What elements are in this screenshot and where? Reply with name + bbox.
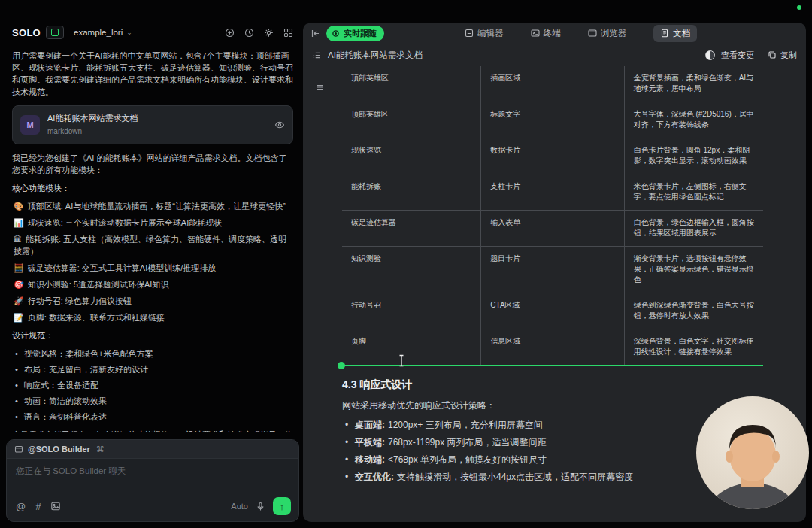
assistant-message-created: 我已经为您创建了《AI 的能耗账本》网站的详细产品需求文档。文档包含了您要求的所… [12,152,293,176]
tab-live-follow[interactable]: 实时跟随 [326,26,384,41]
arrow-up-icon: ↑ [280,501,285,512]
design-heading: 设计规范： [12,329,293,341]
table-row: 碳足迹估算器输入表单白色背景，绿色边框输入框，圆角按钮，结果区域用图表展示 [342,211,763,247]
markdown-file-icon: M [20,115,40,135]
webcam-person [696,396,809,509]
new-chat-icon[interactable] [225,28,235,38]
recording-indicator-dot [797,5,801,10]
rocket-emoji-icon: 🚀 [14,296,24,305]
terminal-icon [531,29,540,38]
list-item: 响应式：全设备适配 [15,379,293,391]
table-row: 顶部英雄区标题文字大号字体，深绿色 (#2D5016)，居中对齐，下方有装饰线条 [342,102,763,138]
view-changes-toggle[interactable] [705,50,715,60]
table-row: 能耗拆账支柱卡片米色背景卡片，左侧图标，右侧文字，要点使用绿色圆点标记 [342,174,763,211]
command-key-icon: ⌘ [96,445,105,454]
table-row: 行动号召CTA区域绿色到深绿色渐变背景，白色大号按钮，悬停时有放大效果 [342,293,763,329]
composer: @SOLO Builder ⌘ 您正在与 SOLO Builder 聊天 @ #… [6,439,299,522]
builder-window-icon [14,445,23,454]
assistant-message-closing: 产品需求文档已保存，包含详细的功能规格、UI设计要求和技术实现指导，为后续开发提… [12,429,293,432]
document-header-actions: 查看变更 复制 [705,50,797,61]
document-header: AI能耗账本网站需求文档 查看变更 复制 [303,44,806,66]
chart-emoji-icon: 📊 [14,218,24,227]
settings-gear-icon[interactable] [264,28,274,38]
block-drag-handle-icon[interactable] [315,83,324,92]
list-item: 🏛能耗拆账: 五大支柱（高效模型、绿色算力、智能硬件、调度策略、透明披露） [14,233,293,257]
modules-list: 🎨顶部区域: AI与地球能量流动插画，标题“让算法更高效，让星球更轻快” 📊现状… [12,200,293,323]
tab-terminal[interactable]: 终端 [531,28,561,39]
list-item: 📝页脚: 数据来源、联系方式和社媒链接 [14,311,293,323]
chevron-down-icon: ⌄ [126,29,132,36]
block-insert-handle[interactable] [338,362,345,369]
list-item: 语言：亲切科普化表达 [15,411,293,423]
modules-heading: 核心功能模块： [12,182,293,194]
panel-tabbar: 实时跟随 编辑器 终端 浏览器 文档 [303,23,806,44]
target-emoji-icon: 🎯 [14,280,24,289]
panel-tabs: 编辑器 终端 浏览器 文档 [465,23,697,44]
view-changes-label[interactable]: 查看变更 [721,50,754,61]
table-row: 现状速览数据卡片白色卡片背景，圆角 12px，柔和阴影，数字突出显示，滚动动画效… [342,138,763,174]
list-item: 动画：简洁的滚动效果 [15,395,293,407]
solo-logo-icon [46,26,64,39]
agent-chip-label: @SOLO Builder [28,445,90,454]
list-item: 🚀行动号召: 绿色算力倡议按钮 [14,295,293,307]
palette-emoji-icon: 🎨 [14,202,24,211]
composer-right-group: Auto ↑ [231,497,291,515]
workspace-name: example_lori [74,28,123,37]
list-item: 🎯知识小测验: 5道选择题测试环保AI知识 [14,278,293,290]
file-card-title: AI能耗账本网站需求文档 [47,112,138,124]
chat-input[interactable]: 您正在与 SOLO Builder 聊天 [7,459,298,484]
preview-eye-icon[interactable] [274,120,285,130]
assistant-message-intro: 用户需要创建一个关于AI能耗的中文单页网站，包含7个主要模块：顶部插画区、现状速… [12,50,293,98]
design-list: 视觉风格：柔和绿色+米色配色方案 布局：充足留白，清新友好的设计 响应式：全设备… [12,347,293,423]
chat-scroll-area[interactable]: 用户需要创建一个关于AI能耗的中文单页网站，包含7个主要模块：顶部插画区、现状速… [6,44,299,432]
list-item: 布局：充足留白，清新友好的设计 [15,363,293,375]
list-item: 🧮碳足迹估算器: 交互式工具计算AI模型训练/推理排放 [14,262,293,274]
table-row: 知识测验题目卡片渐变背景卡片，选项按钮有悬停效果，正确答案显示绿色，错误显示橙色 [342,247,763,293]
abacus-emoji-icon: 🧮 [14,263,24,272]
tab-document[interactable]: 文档 [653,25,697,42]
table-row: 页脚信息区域深绿色背景，白色文字，社交图标使用线性设计，链接有悬停效果 [342,329,763,366]
browser-icon [588,29,597,38]
list-item: 视觉风格：柔和绿色+米色配色方案 [15,347,293,360]
section-intro: 网站采用移动优先的响应式设计策略： [342,399,763,412]
copy-icon [768,50,777,59]
pillar-emoji-icon: 🏛 [14,235,22,244]
solo-wordmark: SOLO [12,27,41,38]
agent-chip-bar[interactable]: @SOLO Builder ⌘ [7,440,298,459]
hash-icon[interactable]: # [35,501,41,512]
model-auto-label[interactable]: Auto [231,502,248,511]
block-insert-indicator [342,365,763,366]
section-heading: 4.3 响应式设计 [342,378,763,392]
apps-grid-icon[interactable] [283,28,293,38]
file-card[interactable]: M AI能耗账本网站需求文档 markdown [12,105,293,144]
sidebar-header: SOLO example_lori ⌄ [6,23,299,42]
list-item: 📊现状速览: 三个实时滚动数据卡片展示全球AI能耗现状 [14,217,293,229]
mention-at-icon[interactable]: @ [16,501,26,512]
sidebar-header-actions [225,28,293,38]
outline-list-icon[interactable] [312,50,322,60]
collapse-panel-icon[interactable] [311,29,320,38]
tab-browser[interactable]: 浏览器 [588,28,627,39]
document-icon [660,29,669,38]
attach-image-icon[interactable] [50,501,61,511]
table-row: 顶部英雄区插画区域全宽背景插画，柔和绿色渐变，AI与地球元素，居中布局 [342,66,763,102]
composer-toolbar: @ # Auto ↑ [16,497,291,515]
editor-icon [465,29,474,38]
spec-table: 顶部英雄区插画区域全宽背景插画，柔和绿色渐变，AI与地球元素，居中布局 顶部英雄… [342,66,763,365]
history-icon[interactable] [244,28,254,38]
microphone-icon[interactable] [256,502,265,511]
text-cursor [398,354,405,367]
file-card-subtitle: markdown [47,126,138,138]
sidebar: SOLO example_lori ⌄ 用户需要创建一个关于AI能耗的中文单页网… [6,23,299,522]
list-item: 🎨顶部区域: AI与地球能量流动插画，标题“让算法更高效，让星球更轻快” [14,200,293,212]
copy-document-button[interactable]: 复制 [768,50,797,61]
document-title: AI能耗账本网站需求文档 [328,50,423,61]
tab-editor[interactable]: 编辑器 [465,28,504,39]
send-button[interactable]: ↑ [273,497,291,515]
follow-target-icon [332,29,340,38]
webcam-overlay[interactable] [696,396,809,509]
workspace-switcher[interactable]: example_lori ⌄ [69,27,137,38]
memo-emoji-icon: 📝 [14,313,24,322]
